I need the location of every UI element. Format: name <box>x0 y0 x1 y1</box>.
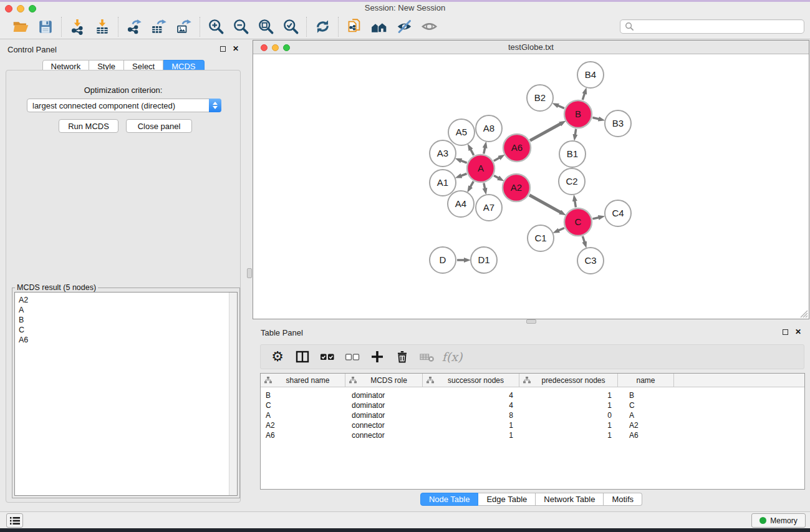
graph-node-C3[interactable]: C3 <box>577 248 604 274</box>
column-header-name[interactable]: name <box>618 374 674 387</box>
export-image-icon[interactable] <box>174 17 194 37</box>
copy-session-icon[interactable] <box>344 17 364 37</box>
import-table-icon[interactable] <box>92 17 112 37</box>
cell-successor-nodes[interactable]: 4 <box>423 401 519 410</box>
resize-grip-icon[interactable] <box>798 308 808 318</box>
mcds-result-item[interactable]: B <box>15 315 237 325</box>
edge-B-B2[interactable] <box>556 105 564 109</box>
network-canvas[interactable]: B4B2BB3A5A8A6A3B1AA1C2A2A4A7C4CC1C3DD1 <box>253 54 809 319</box>
table-row[interactable]: Cdominator41C <box>261 400 804 410</box>
graph-node-B2[interactable]: B2 <box>527 85 553 111</box>
edge-A-A3[interactable] <box>459 160 467 163</box>
column-header-MCDS-role[interactable]: MCDS role <box>345 374 423 387</box>
float-icon[interactable] <box>783 329 788 335</box>
tab-edge-table[interactable]: Edge Table <box>478 493 536 506</box>
cell-predecessor-nodes[interactable]: 1 <box>519 421 618 430</box>
search-input[interactable] <box>634 22 800 31</box>
mcds-result-item[interactable]: A6 <box>15 335 237 345</box>
hide-selected-icon[interactable] <box>394 17 414 37</box>
save-session-icon[interactable] <box>36 17 55 37</box>
optimization-dropdown[interactable]: largest connected component (directed) <box>27 99 221 112</box>
table-row[interactable]: Bdominator41B <box>261 390 804 400</box>
edge-C-C2[interactable] <box>574 199 576 208</box>
search-box[interactable] <box>620 19 804 34</box>
tab-motifs[interactable]: Motifs <box>604 493 642 506</box>
cell-MCDS-role[interactable]: dominator <box>345 391 423 400</box>
edge-A-A6[interactable] <box>494 157 501 161</box>
refresh-icon[interactable] <box>312 17 332 37</box>
splitpane-grip[interactable] <box>526 319 536 324</box>
cell-successor-nodes[interactable]: 8 <box>423 411 519 420</box>
edge-A-A7[interactable] <box>484 183 485 191</box>
graph-node-C[interactable]: C <box>564 208 592 236</box>
edge-A-A2[interactable] <box>494 176 500 180</box>
scrollbar[interactable] <box>229 293 237 495</box>
edge-A-A8[interactable] <box>484 145 486 153</box>
table-row[interactable]: A6connector11A6 <box>261 430 804 440</box>
graph-node-A6[interactable]: A6 <box>503 134 531 162</box>
delete-column-icon[interactable] <box>394 349 410 365</box>
graph-node-A7[interactable]: A7 <box>476 195 502 221</box>
edge-B-B3[interactable] <box>592 118 600 120</box>
task-history-button[interactable] <box>6 513 23 528</box>
cell-successor-nodes[interactable]: 1 <box>423 421 519 430</box>
edge-A6-B[interactable] <box>530 123 562 140</box>
columns-icon[interactable] <box>294 349 311 365</box>
gear-icon[interactable]: ⚙ <box>269 349 286 365</box>
cell-shared-name[interactable]: A2 <box>261 421 345 430</box>
mcds-result-item[interactable]: A <box>15 305 237 315</box>
graph-node-C2[interactable]: C2 <box>559 168 585 195</box>
graph-node-A1[interactable]: A1 <box>430 170 456 196</box>
cell-MCDS-role[interactable]: connector <box>345 421 423 430</box>
column-header-predecessor-nodes[interactable]: predecessor nodes <box>519 374 618 387</box>
graph-node-C4[interactable]: C4 <box>605 200 631 226</box>
zoom-out-icon[interactable] <box>231 17 251 37</box>
graph-node-A8[interactable]: A8 <box>476 115 502 142</box>
edge-A-A1[interactable] <box>459 174 466 177</box>
open-folder-icon[interactable] <box>11 17 31 37</box>
graph-node-B3[interactable]: B3 <box>605 110 631 137</box>
mcds-result-item[interactable]: C <box>15 325 237 335</box>
edge-B-B4[interactable] <box>582 92 585 100</box>
zoom-in-icon[interactable] <box>206 17 226 37</box>
show-selected-icon[interactable] <box>419 17 439 37</box>
zoom-fit-icon[interactable] <box>256 17 276 37</box>
edge-A-A4[interactable] <box>470 181 474 189</box>
edge-A2-C[interactable] <box>529 195 562 213</box>
cell-predecessor-nodes[interactable]: 1 <box>519 401 618 410</box>
graph-node-B4[interactable]: B4 <box>577 62 604 88</box>
home-icon[interactable] <box>369 17 389 37</box>
cell-predecessor-nodes[interactable]: 0 <box>519 411 618 420</box>
graph-node-D[interactable]: D <box>430 247 456 273</box>
close-icon[interactable]: ✕ <box>795 329 801 335</box>
edge-C-C3[interactable] <box>582 236 585 244</box>
graph-node-B[interactable]: B <box>564 100 592 128</box>
cell-name[interactable]: A6 <box>618 431 674 440</box>
cell-name[interactable]: A2 <box>618 421 674 430</box>
close-icon[interactable]: ✕ <box>233 46 239 52</box>
delete-table-icon[interactable] <box>419 349 435 365</box>
cell-name[interactable]: C <box>618 401 674 410</box>
run-mcds-button[interactable]: Run MCDS <box>59 119 118 133</box>
graph-node-A4[interactable]: A4 <box>448 191 474 217</box>
edge-B-B1[interactable] <box>575 129 576 137</box>
cell-MCDS-role[interactable]: connector <box>345 431 423 440</box>
graph-node-C1[interactable]: C1 <box>528 225 554 251</box>
graph-node-A2[interactable]: A2 <box>503 174 530 201</box>
zoom-selected-icon[interactable] <box>281 17 301 37</box>
cell-shared-name[interactable]: A <box>261 411 345 420</box>
column-header-successor-nodes[interactable]: successor nodes <box>423 374 519 387</box>
mcds-result-item[interactable]: A2 <box>15 295 237 305</box>
table-row[interactable]: A2connector11A2 <box>261 420 804 430</box>
tab-node-table[interactable]: Node Table <box>420 493 479 506</box>
cell-successor-nodes[interactable]: 1 <box>423 431 519 440</box>
edge-C-C1[interactable] <box>557 228 564 231</box>
export-table-icon[interactable] <box>149 17 169 37</box>
cell-name[interactable]: A <box>618 411 674 420</box>
graph-node-A3[interactable]: A3 <box>430 140 456 167</box>
cell-predecessor-nodes[interactable]: 1 <box>519 431 618 440</box>
splitpane-grip[interactable] <box>247 268 252 278</box>
cell-shared-name[interactable]: A6 <box>261 431 345 440</box>
cell-shared-name[interactable]: C <box>261 401 345 410</box>
edge-C-C4[interactable] <box>592 217 600 219</box>
